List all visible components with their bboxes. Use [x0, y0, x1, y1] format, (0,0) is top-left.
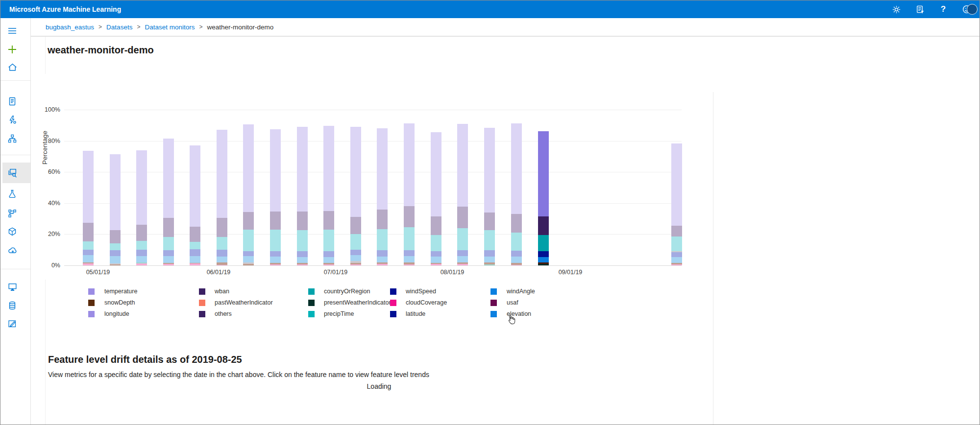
bar-segment-peri [136, 250, 147, 256]
chart-bar[interactable] [671, 143, 682, 265]
chart-bar[interactable] [457, 124, 468, 265]
bar-segment-cyan [323, 230, 334, 251]
experiments-icon[interactable] [1, 185, 23, 203]
chart-bar[interactable] [217, 130, 227, 265]
legend-label-snowDepth[interactable]: snowDepth [104, 299, 135, 306]
bar-segment-lav [83, 151, 94, 222]
legend-swatch-windSpeed [390, 288, 396, 295]
chart-bar[interactable] [83, 151, 94, 265]
bar-segment-mauve [377, 210, 388, 229]
chart-bar[interactable] [511, 123, 522, 265]
automated-ml-icon[interactable] [1, 111, 23, 129]
bar-segment-lav [457, 124, 468, 207]
datastores-icon[interactable] [1, 297, 23, 314]
chevron-right-icon: > [137, 24, 140, 30]
legend-swatch-precipTime [308, 311, 315, 317]
legend-label-others[interactable]: others [215, 310, 232, 317]
bar-segment-peri [110, 250, 121, 256]
legend-label-presentWeatherIndicator[interactable]: presentWeatherIndicator [324, 299, 391, 306]
bar-segment-cyan [83, 241, 94, 250]
help-icon[interactable]: ? [938, 4, 948, 14]
legend-swatch-cloudCoverage [390, 300, 396, 306]
chart-bar-selected[interactable] [538, 131, 549, 265]
bar-segment-pink [457, 264, 468, 265]
bar-segment-mauve [243, 212, 254, 230]
page-title: weather-monitor-demo [48, 45, 154, 56]
bar-segment-gray [671, 251, 682, 252]
chart-bar[interactable] [377, 128, 388, 265]
bar-segment-cyan [297, 230, 308, 251]
legend-label-windSpeed[interactable]: windSpeed [406, 288, 436, 295]
compute-icon[interactable] [1, 278, 23, 296]
legend-label-countryOrRegion[interactable]: countryOrRegion [324, 288, 370, 295]
designer-icon[interactable] [1, 130, 23, 147]
bar-segment-lav [217, 130, 227, 218]
legend-label-latitude[interactable]: latitude [406, 310, 425, 317]
avatar[interactable] [967, 4, 978, 15]
datasets-icon[interactable] [1, 164, 23, 182]
chart-bar[interactable] [431, 132, 441, 265]
bar-segment-tan [270, 263, 281, 264]
legend-label-pastWeatherIndicator[interactable]: pastWeatherIndicator [215, 299, 273, 306]
loading-text: Loading [45, 382, 713, 390]
chart-bar[interactable] [270, 129, 281, 265]
breadcrumb-datasets[interactable]: Datasets [106, 24, 132, 31]
gridline-0 [64, 265, 682, 266]
chart-bar[interactable] [136, 150, 147, 265]
top-bar: Microsoft Azure Machine Learning ? [0, 0, 980, 18]
notebooks-icon[interactable] [1, 93, 23, 110]
chart-bar[interactable] [484, 128, 495, 265]
bar-segment-lblu [377, 257, 388, 263]
legend-label-longitude[interactable]: longitude [104, 310, 129, 317]
chart-bar[interactable] [243, 124, 254, 265]
bar-segment-cyan [217, 237, 227, 250]
legend-label-cloudCoverage[interactable]: cloudCoverage [406, 299, 447, 306]
bar-segment-tan [457, 262, 468, 264]
bar-segment-pink [404, 264, 415, 265]
chart-bar[interactable] [110, 154, 121, 265]
bar-segment-tan [163, 263, 174, 264]
bar-segment-gray [110, 263, 121, 264]
bar-segment-gray [243, 262, 254, 264]
models-icon[interactable] [1, 223, 23, 240]
bar-segment-s_teal [538, 235, 549, 251]
legend-swatch-wban [199, 288, 205, 295]
chart-bar[interactable] [350, 127, 361, 265]
chart-bar[interactable] [404, 123, 415, 265]
home-icon[interactable] [1, 58, 23, 76]
endpoints-icon[interactable] [1, 241, 23, 259]
gridline-40 [64, 203, 682, 204]
bar-segment-lblu [511, 257, 522, 263]
x-tick-label: 06/01/19 [199, 269, 238, 276]
bar-segment-lblu [297, 257, 308, 263]
menu-icon[interactable] [1, 22, 23, 40]
bar-segment-lblu [484, 257, 495, 262]
bar-segment-lav [431, 132, 441, 216]
y-tick-label: 0% [41, 262, 60, 269]
chart-bar[interactable] [323, 126, 334, 265]
breadcrumb-current: weather-monitor-demo [207, 24, 273, 31]
release-notes-icon[interactable] [915, 4, 925, 14]
new-plus-icon[interactable] [1, 41, 23, 58]
breadcrumb-workspace[interactable]: bugbash_eastus [46, 24, 94, 31]
bar-segment-s_navy [538, 251, 549, 257]
bar-segment-lav [110, 154, 121, 231]
legend-label-precipTime[interactable]: precipTime [324, 310, 354, 317]
settings-icon[interactable] [891, 4, 901, 14]
legend-label-usaf[interactable]: usaf [507, 299, 518, 306]
legend-label-temperature[interactable]: temperature [104, 288, 137, 295]
legend-label-wban[interactable]: wban [215, 288, 229, 295]
bar-segment-gray [350, 261, 361, 262]
legend-label-windAngle[interactable]: windAngle [507, 288, 535, 295]
bar-segment-mauve [404, 206, 415, 227]
bar-segment-peri [431, 251, 441, 257]
bar-segment-pink [511, 265, 522, 265]
bar-segment-lblu [110, 256, 121, 263]
chart-bar[interactable] [297, 127, 308, 265]
chart-bar[interactable] [163, 139, 174, 265]
pipelines-icon[interactable] [1, 205, 23, 222]
breadcrumb-dataset-monitors[interactable]: Dataset monitors [145, 24, 195, 31]
panel-divider-right [713, 92, 713, 425]
data-labeling-icon[interactable] [1, 315, 23, 332]
chart-bar[interactable] [190, 145, 200, 265]
